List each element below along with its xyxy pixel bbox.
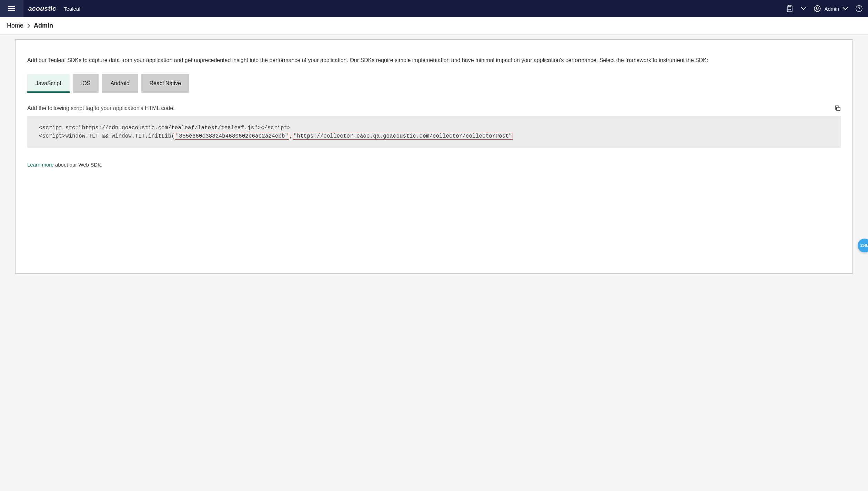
sdk-tabs: JavaScript iOS Android React Native [27, 74, 841, 93]
code-block: <script src="https://cdn.goacoustic.com/… [27, 116, 841, 148]
user-menu[interactable]: Admin [814, 5, 848, 12]
svg-rect-11 [837, 107, 840, 111]
breadcrumb-home[interactable]: Home [7, 22, 23, 29]
instruction-text: Add the following script tag to your app… [27, 105, 175, 111]
code-line-2-mid: , [289, 133, 293, 139]
chevron-down-icon [842, 7, 848, 10]
svg-point-10 [859, 10, 859, 11]
copy-button[interactable] [835, 105, 841, 111]
clipboard-button[interactable] [786, 5, 793, 12]
tab-ios[interactable]: iOS [73, 74, 99, 93]
chevron-down-icon [801, 7, 806, 10]
user-label: Admin [824, 6, 839, 12]
clipboard-icon [786, 5, 793, 12]
help-icon [856, 5, 862, 12]
menu-button[interactable] [0, 0, 23, 17]
learn-more-link[interactable]: Learn more [27, 162, 54, 168]
chevron-right-icon [27, 23, 30, 28]
tab-react-native[interactable]: React Native [141, 74, 190, 93]
breadcrumb-current: Admin [34, 22, 53, 29]
code-line-1: <script src="https://cdn.goacoustic.com/… [39, 125, 291, 131]
brand-logo: acoustic [28, 5, 56, 12]
avatar-icon [814, 5, 821, 12]
svg-point-8 [816, 7, 818, 9]
tab-android[interactable]: Android [102, 74, 138, 93]
breadcrumb: Home Admin [0, 17, 868, 34]
app-name: Tealeaf [64, 6, 80, 12]
code-highlight-collector-url: "https://collector-eaoc.qa.goacoustic.co… [293, 133, 513, 140]
help-button[interactable] [856, 5, 862, 12]
code-highlight-app-key: "855e660c38824b4680602c6ac2a24ebb" [175, 133, 289, 140]
top-nav: acoustic Tealeaf Admin [0, 0, 868, 17]
hamburger-icon [8, 6, 15, 11]
copy-icon [835, 105, 841, 111]
learn-more-rest: about our Web SDK. [54, 162, 102, 168]
app-switcher-button[interactable] [801, 7, 806, 10]
learn-more: Learn more about our Web SDK. [27, 162, 841, 168]
intro-text: Add our Tealeaf SDKs to capture data fro… [27, 56, 841, 64]
tab-javascript[interactable]: JavaScript [27, 74, 70, 93]
sdk-card: Add our Tealeaf SDKs to capture data fro… [15, 39, 853, 274]
code-line-2-pre: <script>window.TLT && window.TLT.initLib… [39, 133, 175, 139]
